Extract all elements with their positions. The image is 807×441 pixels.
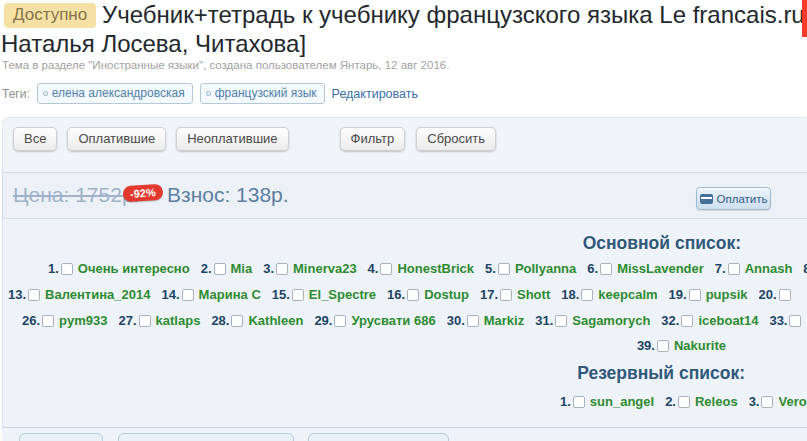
list-item: 3.Vero bbox=[749, 394, 807, 409]
reserve-list-row: 1.sun_angel2.Releos3.Vero bbox=[0, 394, 807, 409]
page-title-line2: Наталья Лосева, Читахова] bbox=[1, 30, 306, 58]
member-checkbox[interactable] bbox=[231, 315, 243, 327]
bottom-button-3[interactable] bbox=[308, 433, 449, 441]
member-number: 14. bbox=[161, 287, 179, 302]
list-item: 4.HonestBrick bbox=[368, 261, 474, 276]
filter-apply-button[interactable]: Фильтр bbox=[340, 127, 406, 151]
member-username[interactable]: Pollyanna bbox=[515, 261, 576, 276]
member-username[interactable]: MissLavender bbox=[617, 261, 704, 276]
list-item: 31.Sagamorych bbox=[535, 313, 650, 328]
member-number: 39. bbox=[637, 338, 655, 353]
member-username[interactable]: pym933 bbox=[59, 313, 107, 328]
tag-ring-icon bbox=[206, 91, 211, 96]
pay-button[interactable]: Оплатить bbox=[696, 187, 771, 210]
bottom-button-2[interactable] bbox=[118, 433, 294, 441]
member-username[interactable]: Releos bbox=[695, 394, 738, 409]
member-checkbox[interactable] bbox=[407, 289, 419, 301]
member-username[interactable]: Nakurite bbox=[674, 338, 726, 353]
member-checkbox[interactable] bbox=[42, 315, 54, 327]
member-username[interactable]: Minerva23 bbox=[293, 261, 357, 276]
list-item: 8. bbox=[803, 261, 807, 276]
member-number: 13. bbox=[8, 287, 26, 302]
member-username[interactable]: iceboat14 bbox=[698, 313, 758, 328]
member-username[interactable]: Markiz bbox=[484, 313, 524, 328]
member-checkbox[interactable] bbox=[789, 315, 801, 327]
member-checkbox[interactable] bbox=[292, 289, 304, 301]
status-badge[interactable]: Доступно bbox=[4, 3, 96, 28]
member-checkbox[interactable] bbox=[600, 263, 612, 275]
member-username[interactable]: katlaps bbox=[156, 313, 201, 328]
member-username[interactable]: Vero bbox=[778, 394, 806, 409]
main-list-row: 13.Валентина_201414.Марина С15.El_Spectr… bbox=[0, 287, 807, 302]
list-item: 1.sun_angel bbox=[560, 394, 654, 409]
member-username[interactable]: Shott bbox=[517, 287, 550, 302]
member-number: 20. bbox=[759, 287, 777, 302]
member-checkbox[interactable] bbox=[467, 315, 479, 327]
member-checkbox[interactable] bbox=[779, 289, 791, 301]
bottom-button-1[interactable] bbox=[19, 433, 103, 441]
member-checkbox[interactable] bbox=[678, 396, 690, 408]
member-username[interactable]: Mia bbox=[231, 261, 253, 276]
tag-pill[interactable]: елена александровская bbox=[37, 83, 193, 104]
list-item: 29.Урусвати 686 bbox=[314, 313, 435, 328]
filter-all-button[interactable]: Все bbox=[13, 127, 57, 151]
member-checkbox[interactable] bbox=[276, 263, 288, 275]
filter-paid-button[interactable]: Оплатившие bbox=[67, 127, 166, 151]
member-number: 27. bbox=[119, 313, 137, 328]
member-username[interactable]: Dostup bbox=[424, 287, 469, 302]
member-username[interactable]: Annash bbox=[745, 261, 793, 276]
member-username[interactable]: Марина С bbox=[199, 287, 261, 302]
member-checkbox[interactable] bbox=[28, 289, 40, 301]
member-number: 1. bbox=[48, 261, 59, 276]
list-item: 17.Shott bbox=[480, 287, 550, 302]
member-checkbox[interactable] bbox=[573, 396, 585, 408]
member-number: 26. bbox=[22, 313, 40, 328]
member-number: 16. bbox=[387, 287, 405, 302]
member-checkbox[interactable] bbox=[182, 289, 194, 301]
member-checkbox[interactable] bbox=[498, 263, 510, 275]
list-item: 26.pym933 bbox=[22, 313, 108, 328]
member-checkbox[interactable] bbox=[689, 289, 701, 301]
member-checkbox[interactable] bbox=[555, 315, 567, 327]
list-item: 6.MissLavender bbox=[587, 261, 704, 276]
member-number: 5. bbox=[485, 261, 496, 276]
list-item: 19.pupsik bbox=[669, 287, 748, 302]
member-number: 3. bbox=[263, 261, 274, 276]
member-checkbox[interactable] bbox=[61, 263, 73, 275]
member-username[interactable]: Kathleen bbox=[248, 313, 303, 328]
member-number: 33. bbox=[769, 313, 787, 328]
member-number: 3. bbox=[749, 394, 760, 409]
member-checkbox[interactable] bbox=[728, 263, 740, 275]
thread-meta: Тема в разделе "Иностранные языки", созд… bbox=[2, 59, 449, 71]
filter-reset-button[interactable]: Сбросить bbox=[416, 127, 496, 151]
member-username[interactable]: sun_angel bbox=[590, 394, 654, 409]
list-item: 2.Mia bbox=[201, 261, 253, 276]
member-username[interactable]: Очень интересно bbox=[78, 261, 190, 276]
filter-unpaid-button[interactable]: Неоплатившие bbox=[176, 127, 288, 151]
member-username[interactable]: pupsik bbox=[706, 287, 748, 302]
member-checkbox[interactable] bbox=[581, 289, 593, 301]
main-list-heading: Основной список: bbox=[0, 233, 741, 254]
member-checkbox[interactable] bbox=[761, 396, 773, 408]
main-list-row: 39.Nakurite bbox=[0, 338, 737, 353]
member-checkbox[interactable] bbox=[214, 263, 226, 275]
member-username[interactable]: Sagamorych bbox=[572, 313, 650, 328]
list-item: 33. bbox=[769, 313, 806, 328]
member-username[interactable]: Урусвати 686 bbox=[351, 313, 435, 328]
member-number: 28. bbox=[211, 313, 229, 328]
member-checkbox[interactable] bbox=[500, 289, 512, 301]
tag-label: елена александровская bbox=[52, 86, 185, 100]
tag-pill[interactable]: французский язык bbox=[200, 83, 325, 104]
member-username[interactable]: El_Spectre bbox=[309, 287, 376, 302]
discount-badge: -92% bbox=[122, 184, 163, 203]
member-checkbox[interactable] bbox=[657, 340, 669, 352]
member-checkbox[interactable] bbox=[681, 315, 693, 327]
member-number: 19. bbox=[669, 287, 687, 302]
member-checkbox[interactable] bbox=[334, 315, 346, 327]
member-checkbox[interactable] bbox=[139, 315, 151, 327]
member-checkbox[interactable] bbox=[380, 263, 392, 275]
member-username[interactable]: HonestBrick bbox=[397, 261, 474, 276]
edit-tags-link[interactable]: Редактировать bbox=[332, 87, 418, 101]
member-username[interactable]: Валентина_2014 bbox=[45, 287, 150, 302]
member-username[interactable]: keepcalm bbox=[598, 287, 657, 302]
